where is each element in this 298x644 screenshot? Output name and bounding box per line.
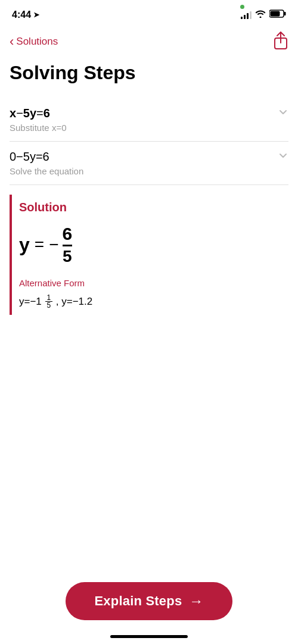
solution-denominator: 5 (63, 248, 72, 266)
alt-form-fraction: 1 5 (45, 294, 52, 310)
solution-equals: = (35, 235, 44, 254)
solution-container: Solution y = − 6 5 Alternative Form y=−1… (10, 195, 288, 315)
svg-rect-2 (271, 11, 280, 17)
battery-icon (269, 10, 286, 20)
content: Solving Steps x−5y=6 Substitute x=0 0−5y… (0, 57, 298, 315)
solution-section: Solution y = − 6 5 Alternative Form y=−1… (10, 195, 288, 315)
step-1-chevron-icon[interactable] (278, 107, 288, 120)
step-2-description: Solve the equation (10, 166, 288, 176)
solution-numerator: 6 (63, 224, 73, 243)
step-2-chevron-icon[interactable] (278, 150, 288, 164)
green-dot (240, 5, 244, 9)
status-icons (241, 10, 286, 20)
bottom-area: Explain Steps → (0, 582, 298, 620)
alt-form-label: Alternative Form (19, 278, 288, 288)
signal-bars-icon (241, 11, 252, 19)
solution-fraction: 6 5 (63, 224, 73, 266)
signal-bar-4 (250, 11, 252, 19)
signal-bar-2 (244, 15, 246, 19)
step-1[interactable]: x−5y=6 Substitute x=0 (10, 98, 288, 142)
back-label: Solutions (16, 36, 58, 48)
fraction-line (63, 245, 73, 246)
signal-bar-3 (247, 13, 249, 19)
back-button[interactable]: ‹ Solutions (10, 34, 58, 49)
alt-form-y1: y=−1 (19, 296, 42, 308)
wifi-icon (255, 10, 266, 20)
signal-bar-1 (241, 17, 243, 19)
nav-bar: ‹ Solutions (0, 26, 298, 57)
step-1-description: Substitute x=0 (10, 123, 288, 133)
explain-steps-button[interactable]: Explain Steps → (66, 582, 232, 620)
alt-frac-num: 1 (46, 294, 51, 301)
step-1-eq-x: x (10, 107, 16, 120)
step-2[interactable]: 0−5y=6 Solve the equation (10, 142, 288, 185)
step-1-equation: x−5y=6 (10, 107, 50, 120)
alt-form-separator: , y=−1.2 (56, 296, 92, 308)
explain-btn-arrow-icon: → (189, 593, 203, 609)
solution-negative: − (49, 235, 58, 254)
home-indicator (110, 635, 188, 638)
solution-label: Solution (19, 201, 288, 214)
status-bar: 4:44 ➤ (0, 0, 298, 26)
back-chevron-icon: ‹ (10, 34, 14, 49)
page-title: Solving Steps (10, 62, 288, 84)
step-1-eq-6: 6 (44, 107, 50, 120)
step-1-eq-minus: − (16, 107, 23, 120)
solution-var: y (19, 234, 30, 256)
solution-main: y = − 6 5 (19, 224, 288, 266)
time-label: 4:44 (12, 10, 31, 20)
status-time: 4:44 ➤ (12, 10, 39, 20)
step-2-header: 0−5y=6 (10, 150, 288, 164)
step-1-header: x−5y=6 (10, 107, 288, 120)
step-1-eq-5y: 5y (23, 107, 36, 120)
svg-rect-1 (284, 12, 286, 15)
explain-btn-label: Explain Steps (94, 593, 182, 609)
share-button[interactable] (273, 31, 288, 52)
alt-form-values: y=−1 1 5 , y=−1.2 (19, 294, 288, 310)
location-icon: ➤ (33, 11, 39, 19)
alt-frac-den: 5 (46, 302, 51, 309)
step-2-equation: 0−5y=6 (10, 150, 49, 164)
step-1-eq-eq: = (36, 107, 44, 120)
